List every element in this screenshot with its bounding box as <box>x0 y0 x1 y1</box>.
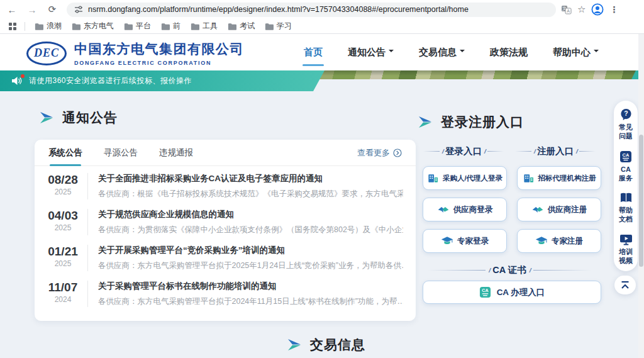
folder-icon <box>265 23 274 30</box>
floating-side-rail: ? 常见问题 CA CA服务 帮助文档 培训视频 <box>614 101 638 271</box>
bookmark-folder-langchao[interactable]: 浪潮 <box>30 20 67 33</box>
handshake-icon <box>531 205 544 215</box>
video-icon <box>619 233 633 245</box>
notice-title[interactable]: 关于全面推进非招标采购业务CA认证及电子签章应用的通知 <box>98 173 403 184</box>
company-name-cn: 中国东方电气集团有限公司 <box>74 40 244 58</box>
notice-desc: 各供应商：东方电气采购管理平台拟于2025年1月24日上线“竞价采购”业务，为帮… <box>98 260 403 271</box>
divider <box>579 151 596 152</box>
bookmark-label: 东方电气 <box>84 21 114 31</box>
building-icon <box>523 173 535 184</box>
login-group-header: // 登录入口 // <box>418 145 509 157</box>
divider <box>25 22 25 31</box>
nav-policies[interactable]: 政策法规 <box>489 43 529 62</box>
notices-card: 系统公告 寻源公告 违规通报 查看更多 08/28 2025 关于全面推进非招标… <box>35 140 416 321</box>
agency-register-button[interactable]: 招标代理机构注册 <box>517 166 601 190</box>
reload-icon[interactable]: ⟳ <box>44 3 60 16</box>
rail-training-videos[interactable]: 培训视频 <box>618 233 634 266</box>
svg-text:A: A <box>567 9 570 13</box>
site-settings-icon[interactable] <box>74 5 83 14</box>
supplier-login-button[interactable]: 供应商登录 <box>423 198 507 221</box>
expert-register-button[interactable]: 专家注册 <box>517 229 601 253</box>
bookmark-folder-dongfang[interactable]: 东方电气 <box>67 20 119 33</box>
divider <box>515 151 531 152</box>
notice-item[interactable]: 01/21 2025 关于开展采购管理平台“竞价采购业务”培训的通知 各供应商：… <box>35 238 416 274</box>
folder-icon <box>35 23 43 30</box>
graduation-cap-icon <box>441 236 453 246</box>
bookmark-folder-gongju[interactable]: 工具 <box>186 20 223 33</box>
bookmark-folder-pingtai[interactable]: 平台 <box>119 20 156 33</box>
bookmark-star-icon[interactable]: ☆ <box>577 4 586 15</box>
expert-login-button[interactable]: 专家登录 <box>423 229 507 253</box>
notice-date: 08/28 2025 <box>43 173 82 196</box>
register-group-header: // 注册入口 // <box>509 145 601 157</box>
notice-date: 11/07 2024 <box>43 281 82 304</box>
bookmark-folder-kaoshi[interactable]: 考试 <box>223 20 260 33</box>
bookmark-folder-qian[interactable]: 前 <box>156 20 186 33</box>
notice-title[interactable]: 关于开展采购管理平台“竞价采购业务”培训的通知 <box>98 245 403 256</box>
bookmark-label: 平台 <box>136 21 151 31</box>
nav-home[interactable]: 首页 <box>303 43 324 62</box>
apps-grid-icon[interactable] <box>9 23 16 30</box>
address-bar[interactable]: nsrm.dongfang.com/platform/runtime/epp/d… <box>67 3 556 17</box>
divider <box>87 173 88 199</box>
back-icon[interactable]: ← <box>4 3 20 16</box>
login-section-header: 登录注册入口 <box>418 113 524 131</box>
notice-title[interactable]: 关于采购管理平台标书在线制作功能培训的通知 <box>98 281 403 292</box>
chevron-down-icon <box>389 50 394 55</box>
bookmark-label: 考试 <box>240 21 255 31</box>
bookmark-folder-xuexi[interactable]: 学习 <box>260 20 297 33</box>
company-logo[interactable]: DEC 中国东方电气集团有限公司 DONGFANG ELECTRIC CORPO… <box>26 40 244 66</box>
rail-faq[interactable]: ? 常见问题 <box>618 108 634 141</box>
chevron-down-icon <box>460 50 465 55</box>
forward-icon[interactable]: → <box>24 3 40 16</box>
divider: // <box>534 148 535 155</box>
graduation-cap-icon <box>535 236 548 246</box>
nav-help-center[interactable]: 帮助中心 <box>552 43 600 62</box>
ca-apply-button[interactable]: CA CA 办理入口 <box>423 281 601 304</box>
folder-icon <box>124 23 133 30</box>
question-icon: ? <box>619 108 633 121</box>
back-to-top-button[interactable] <box>614 276 636 294</box>
chrome-menu-icon[interactable]: ⋮ <box>609 4 618 14</box>
entry-buttons: 采购人/代理人登录 招标代理机构注册 供应商登录 供应商注册 专家登录 专家注册 <box>423 166 601 253</box>
folder-icon <box>72 23 80 30</box>
divider <box>423 151 440 152</box>
tab-violation-reports[interactable]: 违规通报 <box>159 140 193 166</box>
bookmarks-bar: 浪潮 东方电气 平台 前 工具 考试 学习 <box>0 19 644 34</box>
tab-system-notices[interactable]: 系统公告 <box>48 140 82 166</box>
scrollbar-thumb[interactable] <box>639 135 643 267</box>
notice-title[interactable]: 关于规范供应商企业规模信息的通知 <box>98 209 403 220</box>
divider: // <box>576 148 577 155</box>
translate-icon[interactable]: 文A <box>561 5 572 14</box>
section-arrow-icon <box>39 111 54 124</box>
notices-tabbar: 系统公告 寻源公告 违规通报 查看更多 <box>35 140 416 166</box>
entry-group-headers: // 登录入口 // // 注册入口 // <box>418 145 601 157</box>
ca-badge-icon: CA <box>619 150 632 163</box>
divider <box>87 209 88 235</box>
section-arrow-icon <box>287 338 302 351</box>
book-icon <box>619 192 633 204</box>
bookmark-label: 工具 <box>203 21 218 31</box>
rail-ca-service[interactable]: CA CA服务 <box>618 150 634 183</box>
notice-item[interactable]: 04/03 2025 关于规范供应商企业规模信息的通知 各供应商：为贯彻落实《保… <box>35 202 416 238</box>
divider <box>428 270 486 271</box>
notice-date: 01/21 2025 <box>43 245 82 268</box>
purchaser-agent-login-button[interactable]: 采购人/代理人登录 <box>423 166 507 190</box>
supplier-register-button[interactable]: 供应商注册 <box>517 198 601 221</box>
notice-item[interactable]: 08/28 2025 关于全面推进非招标采购业务CA认证及电子签章应用的通知 各… <box>35 166 416 202</box>
nav-trade-info[interactable]: 交易信息 <box>418 43 466 62</box>
profile-avatar[interactable] <box>591 3 604 16</box>
rail-help-docs[interactable]: 帮助文档 <box>618 192 634 224</box>
circle-arrow-icon <box>393 148 402 157</box>
section-title: 交易信息 <box>310 336 365 354</box>
view-more-link[interactable]: 查看更多 <box>357 147 402 159</box>
divider: // <box>489 267 489 274</box>
ca-group-header: // CA 证书 // <box>418 264 601 276</box>
svg-text:?: ? <box>624 110 628 117</box>
tab-sourcing-notices[interactable]: 寻源公告 <box>104 140 138 166</box>
notice-desc: 各供应商：东方电气采购管理平台拟于2024年11月15日上线“标书在线制作”功能… <box>98 296 403 307</box>
notice-desc: 各供应商：为贯彻落实《保障中小企业款项支付条例》（国务院令第802号）及《中小企… <box>98 225 403 235</box>
main-nav: 首页 通知公告 交易信息 政策法规 帮助中心 <box>303 34 600 70</box>
nav-notices[interactable]: 通知公告 <box>347 43 395 62</box>
notice-item[interactable]: 11/07 2024 关于采购管理平台标书在线制作功能培训的通知 各供应商：东方… <box>35 274 416 310</box>
